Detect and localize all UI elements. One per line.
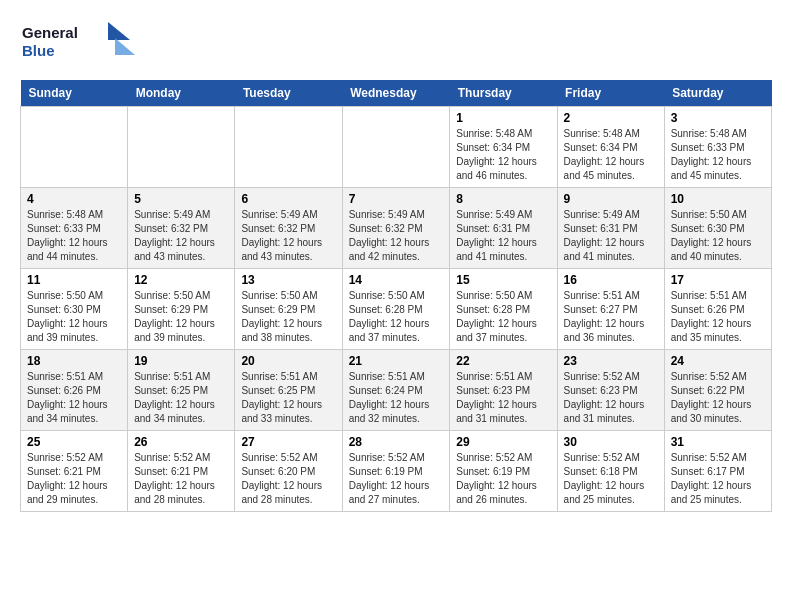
day-number: 19 [134, 354, 228, 368]
day-number: 24 [671, 354, 765, 368]
day-info: Sunrise: 5:49 AM Sunset: 6:31 PM Dayligh… [564, 208, 658, 264]
day-number: 10 [671, 192, 765, 206]
day-info: Sunrise: 5:52 AM Sunset: 6:17 PM Dayligh… [671, 451, 765, 507]
calendar-cell [235, 107, 342, 188]
day-number: 15 [456, 273, 550, 287]
day-info: Sunrise: 5:50 AM Sunset: 6:29 PM Dayligh… [134, 289, 228, 345]
week-row-1: 1Sunrise: 5:48 AM Sunset: 6:34 PM Daylig… [21, 107, 772, 188]
week-row-2: 4Sunrise: 5:48 AM Sunset: 6:33 PM Daylig… [21, 188, 772, 269]
calendar-cell: 12Sunrise: 5:50 AM Sunset: 6:29 PM Dayli… [128, 269, 235, 350]
day-number: 23 [564, 354, 658, 368]
calendar-cell: 21Sunrise: 5:51 AM Sunset: 6:24 PM Dayli… [342, 350, 450, 431]
day-info: Sunrise: 5:52 AM Sunset: 6:21 PM Dayligh… [134, 451, 228, 507]
day-info: Sunrise: 5:52 AM Sunset: 6:20 PM Dayligh… [241, 451, 335, 507]
day-info: Sunrise: 5:49 AM Sunset: 6:31 PM Dayligh… [456, 208, 550, 264]
calendar-cell: 19Sunrise: 5:51 AM Sunset: 6:25 PM Dayli… [128, 350, 235, 431]
day-number: 17 [671, 273, 765, 287]
weekday-header-thursday: Thursday [450, 80, 557, 107]
day-info: Sunrise: 5:50 AM Sunset: 6:30 PM Dayligh… [671, 208, 765, 264]
day-info: Sunrise: 5:49 AM Sunset: 6:32 PM Dayligh… [134, 208, 228, 264]
calendar-cell: 26Sunrise: 5:52 AM Sunset: 6:21 PM Dayli… [128, 431, 235, 512]
calendar-cell: 20Sunrise: 5:51 AM Sunset: 6:25 PM Dayli… [235, 350, 342, 431]
logo: General Blue [20, 20, 130, 70]
logo-svg: General Blue [20, 20, 130, 70]
weekday-header-saturday: Saturday [664, 80, 771, 107]
calendar-cell: 9Sunrise: 5:49 AM Sunset: 6:31 PM Daylig… [557, 188, 664, 269]
weekday-header-monday: Monday [128, 80, 235, 107]
day-number: 4 [27, 192, 121, 206]
calendar-cell: 28Sunrise: 5:52 AM Sunset: 6:19 PM Dayli… [342, 431, 450, 512]
day-info: Sunrise: 5:49 AM Sunset: 6:32 PM Dayligh… [349, 208, 444, 264]
calendar-cell: 27Sunrise: 5:52 AM Sunset: 6:20 PM Dayli… [235, 431, 342, 512]
svg-text:Blue: Blue [22, 42, 55, 59]
day-info: Sunrise: 5:52 AM Sunset: 6:19 PM Dayligh… [456, 451, 550, 507]
day-number: 2 [564, 111, 658, 125]
week-row-3: 11Sunrise: 5:50 AM Sunset: 6:30 PM Dayli… [21, 269, 772, 350]
calendar-cell: 16Sunrise: 5:51 AM Sunset: 6:27 PM Dayli… [557, 269, 664, 350]
day-info: Sunrise: 5:50 AM Sunset: 6:28 PM Dayligh… [349, 289, 444, 345]
day-info: Sunrise: 5:51 AM Sunset: 6:25 PM Dayligh… [134, 370, 228, 426]
calendar-cell: 7Sunrise: 5:49 AM Sunset: 6:32 PM Daylig… [342, 188, 450, 269]
calendar-cell: 11Sunrise: 5:50 AM Sunset: 6:30 PM Dayli… [21, 269, 128, 350]
calendar-cell: 6Sunrise: 5:49 AM Sunset: 6:32 PM Daylig… [235, 188, 342, 269]
day-number: 11 [27, 273, 121, 287]
calendar-cell [21, 107, 128, 188]
day-info: Sunrise: 5:48 AM Sunset: 6:34 PM Dayligh… [456, 127, 550, 183]
calendar-cell: 4Sunrise: 5:48 AM Sunset: 6:33 PM Daylig… [21, 188, 128, 269]
calendar-cell: 29Sunrise: 5:52 AM Sunset: 6:19 PM Dayli… [450, 431, 557, 512]
day-info: Sunrise: 5:51 AM Sunset: 6:25 PM Dayligh… [241, 370, 335, 426]
week-row-5: 25Sunrise: 5:52 AM Sunset: 6:21 PM Dayli… [21, 431, 772, 512]
day-number: 12 [134, 273, 228, 287]
day-number: 25 [27, 435, 121, 449]
day-number: 30 [564, 435, 658, 449]
day-info: Sunrise: 5:51 AM Sunset: 6:23 PM Dayligh… [456, 370, 550, 426]
calendar-cell: 18Sunrise: 5:51 AM Sunset: 6:26 PM Dayli… [21, 350, 128, 431]
weekday-header-sunday: Sunday [21, 80, 128, 107]
day-number: 18 [27, 354, 121, 368]
calendar-cell: 5Sunrise: 5:49 AM Sunset: 6:32 PM Daylig… [128, 188, 235, 269]
calendar: SundayMondayTuesdayWednesdayThursdayFrid… [20, 80, 772, 512]
day-number: 16 [564, 273, 658, 287]
day-info: Sunrise: 5:51 AM Sunset: 6:26 PM Dayligh… [671, 289, 765, 345]
calendar-cell [128, 107, 235, 188]
day-number: 27 [241, 435, 335, 449]
day-number: 28 [349, 435, 444, 449]
weekday-header-friday: Friday [557, 80, 664, 107]
day-number: 13 [241, 273, 335, 287]
day-number: 7 [349, 192, 444, 206]
day-info: Sunrise: 5:52 AM Sunset: 6:19 PM Dayligh… [349, 451, 444, 507]
day-info: Sunrise: 5:48 AM Sunset: 6:33 PM Dayligh… [27, 208, 121, 264]
calendar-cell: 25Sunrise: 5:52 AM Sunset: 6:21 PM Dayli… [21, 431, 128, 512]
weekday-header-row: SundayMondayTuesdayWednesdayThursdayFrid… [21, 80, 772, 107]
calendar-cell: 8Sunrise: 5:49 AM Sunset: 6:31 PM Daylig… [450, 188, 557, 269]
day-number: 20 [241, 354, 335, 368]
day-info: Sunrise: 5:50 AM Sunset: 6:29 PM Dayligh… [241, 289, 335, 345]
calendar-cell: 22Sunrise: 5:51 AM Sunset: 6:23 PM Dayli… [450, 350, 557, 431]
calendar-cell: 23Sunrise: 5:52 AM Sunset: 6:23 PM Dayli… [557, 350, 664, 431]
day-info: Sunrise: 5:48 AM Sunset: 6:33 PM Dayligh… [671, 127, 765, 183]
calendar-cell: 1Sunrise: 5:48 AM Sunset: 6:34 PM Daylig… [450, 107, 557, 188]
calendar-cell: 10Sunrise: 5:50 AM Sunset: 6:30 PM Dayli… [664, 188, 771, 269]
svg-marker-0 [108, 22, 130, 40]
day-info: Sunrise: 5:51 AM Sunset: 6:24 PM Dayligh… [349, 370, 444, 426]
day-number: 6 [241, 192, 335, 206]
week-row-4: 18Sunrise: 5:51 AM Sunset: 6:26 PM Dayli… [21, 350, 772, 431]
day-info: Sunrise: 5:52 AM Sunset: 6:23 PM Dayligh… [564, 370, 658, 426]
calendar-cell: 24Sunrise: 5:52 AM Sunset: 6:22 PM Dayli… [664, 350, 771, 431]
svg-marker-1 [115, 38, 135, 55]
calendar-cell: 2Sunrise: 5:48 AM Sunset: 6:34 PM Daylig… [557, 107, 664, 188]
day-number: 21 [349, 354, 444, 368]
day-info: Sunrise: 5:52 AM Sunset: 6:21 PM Dayligh… [27, 451, 121, 507]
day-number: 29 [456, 435, 550, 449]
day-number: 3 [671, 111, 765, 125]
calendar-cell: 31Sunrise: 5:52 AM Sunset: 6:17 PM Dayli… [664, 431, 771, 512]
day-number: 8 [456, 192, 550, 206]
calendar-cell: 14Sunrise: 5:50 AM Sunset: 6:28 PM Dayli… [342, 269, 450, 350]
calendar-cell: 17Sunrise: 5:51 AM Sunset: 6:26 PM Dayli… [664, 269, 771, 350]
day-info: Sunrise: 5:49 AM Sunset: 6:32 PM Dayligh… [241, 208, 335, 264]
calendar-cell [342, 107, 450, 188]
calendar-cell: 3Sunrise: 5:48 AM Sunset: 6:33 PM Daylig… [664, 107, 771, 188]
day-info: Sunrise: 5:52 AM Sunset: 6:18 PM Dayligh… [564, 451, 658, 507]
day-info: Sunrise: 5:51 AM Sunset: 6:26 PM Dayligh… [27, 370, 121, 426]
day-number: 5 [134, 192, 228, 206]
